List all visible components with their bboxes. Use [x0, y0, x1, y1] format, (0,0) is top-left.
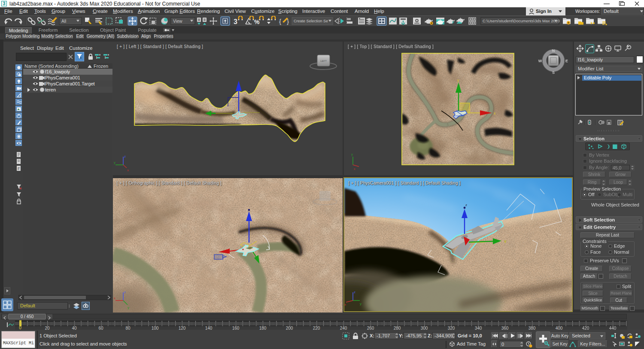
- svg-text:y: y: [360, 302, 361, 306]
- svg-text:z: z: [124, 290, 126, 294]
- svg-text:%: %: [254, 18, 260, 25]
- svg-text:S: S: [552, 70, 555, 75]
- svg-text:All: All: [61, 19, 66, 24]
- svg-text:View: View: [173, 19, 182, 24]
- svg-text:3: 3: [3, 1, 6, 6]
- svg-text:{: {: [279, 18, 281, 25]
- svg-text:N: N: [552, 49, 555, 53]
- svg-text:Create Selection Se: Create Selection Se: [294, 19, 328, 23]
- svg-text:x: x: [114, 296, 115, 300]
- svg-text:Y: Y: [504, 240, 507, 244]
- svg-text:E: E: [565, 59, 568, 63]
- svg-text:W: W: [538, 59, 542, 63]
- svg-text:x: x: [494, 111, 496, 115]
- svg-text:x: x: [127, 168, 129, 172]
- svg-text:x: x: [344, 303, 346, 307]
- svg-text:z: z: [354, 290, 355, 294]
- svg-text:y: y: [457, 78, 459, 82]
- svg-text:y: y: [114, 161, 115, 164]
- svg-text:z: z: [465, 203, 467, 207]
- svg-text:LEFT: LEFT: [320, 60, 327, 62]
- svg-text:y: y: [128, 306, 129, 310]
- svg-text:y: y: [351, 152, 353, 156]
- svg-text:x: x: [354, 167, 355, 171]
- svg-text:F: F: [18, 167, 20, 171]
- svg-text:C:\Users\student\Documents\3ds: C:\Users\student\Documents\3ds Max 2020: [483, 19, 560, 23]
- svg-text:3: 3: [234, 18, 237, 25]
- svg-text:z: z: [124, 155, 126, 158]
